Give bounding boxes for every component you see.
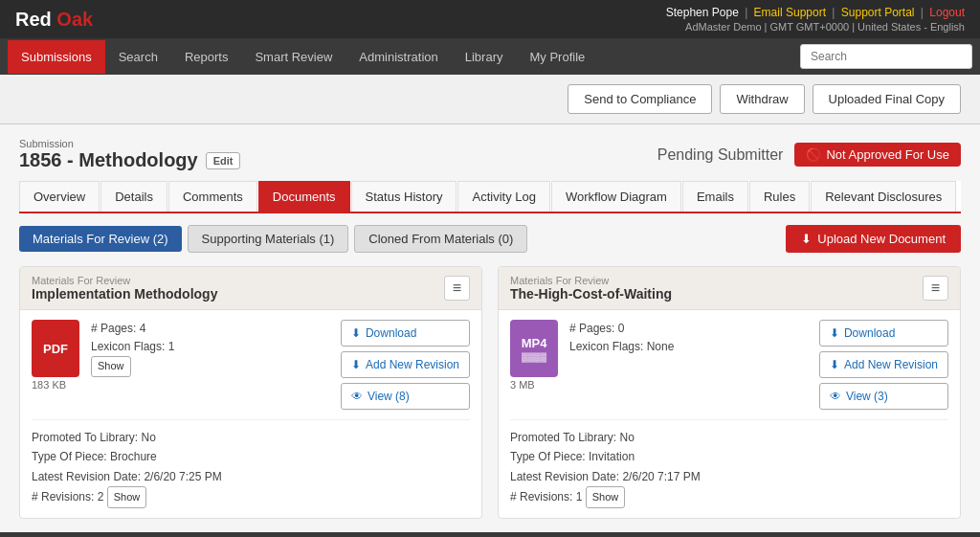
add-revision-button-1[interactable]: ⬇ Add New Revision (341, 351, 470, 378)
top-header: Red Oak Stephen Pope | Email Support | S… (0, 0, 980, 38)
user-info: Stephen Pope | Email Support | Support P… (666, 6, 965, 33)
tab-relevant-disclosures[interactable]: Relevant Disclosures (811, 181, 956, 212)
nav-reports[interactable]: Reports (171, 40, 242, 74)
add-revision-icon-1: ⬇ (351, 358, 361, 371)
submission-title: 1856 - Methodology Edit (19, 149, 240, 171)
doc-card-2-body: MP4 ▓▓▓▓ 3 MB # Pages: 0 Lexicon Flags: … (499, 310, 960, 518)
download-icon-2: ⬇ (830, 326, 839, 340)
uploaded-final-copy-button[interactable]: Uploaded Final Copy (813, 84, 961, 114)
submission-info: Submission 1856 - Methodology Edit (19, 138, 240, 171)
cloned-from-filter[interactable]: Cloned From Materials (0) (354, 225, 527, 253)
view-button-1[interactable]: 👁 View (8) (341, 383, 470, 410)
download-button-2[interactable]: ⬇ Download (819, 320, 948, 347)
nav-smart-review[interactable]: Smart Review (241, 40, 345, 74)
user-name: Stephen Pope (666, 6, 739, 19)
doc-card-2-menu[interactable]: ≡ (923, 276, 948, 301)
view-icon-2: 👁 (830, 390, 841, 403)
not-approved-icon: 🚫 (806, 147, 821, 162)
not-approved-badge: 🚫 Not Approved For Use (794, 143, 961, 167)
doc-card-2-label: Materials For Review (510, 275, 672, 286)
add-revision-icon-2: ⬇ (830, 358, 839, 371)
view-icon-1: 👁 (351, 390, 363, 403)
tab-documents[interactable]: Documents (258, 181, 350, 212)
file-meta-2: # Pages: 0 Lexicon Flags: None (569, 320, 808, 356)
send-to-compliance-button[interactable]: Send to Compliance (568, 84, 712, 114)
download-button-1[interactable]: ⬇ Download (341, 320, 470, 347)
tab-activity-log[interactable]: Activity Log (457, 181, 549, 212)
tab-workflow-diagram[interactable]: Workflow Diagram (551, 181, 681, 212)
nav-bar: Submissions Search Reports Smart Review … (0, 38, 980, 75)
view-button-2[interactable]: 👁 View (3) (819, 383, 948, 410)
doc-card-1-menu[interactable]: ≡ (444, 276, 470, 301)
doc-card-1-header: Materials For Review Implementation Meth… (20, 267, 481, 310)
materials-for-review-filter[interactable]: Materials For Review (2) (19, 226, 182, 252)
tab-details[interactable]: Details (100, 181, 167, 212)
submission-label: Submission (19, 138, 240, 149)
download-icon-1: ⬇ (351, 326, 361, 340)
mp4-icon: MP4 ▓▓▓▓ (510, 320, 558, 377)
revisions-show-1[interactable]: Show (107, 486, 147, 508)
pending-label: Pending Submitter (657, 146, 784, 164)
action-bar: Send to Compliance Withdraw Uploaded Fin… (0, 75, 980, 124)
pdf-icon: PDF (32, 320, 79, 377)
nav-library[interactable]: Library (452, 40, 517, 74)
file-meta-1: # Pages: 4 Lexicon Flags: 1 Show (91, 320, 329, 377)
upload-new-document-button[interactable]: ⬇ Upload New Document (786, 225, 961, 253)
withdraw-button[interactable]: Withdraw (720, 84, 804, 114)
doc-card-1-title: Implementation Methodology (32, 286, 217, 302)
revisions-show-2[interactable]: Show (586, 486, 626, 508)
doc-card-2-title: The-High-Cost-of-Waiting (510, 286, 672, 302)
nav-my-profile[interactable]: My Profile (516, 40, 598, 74)
nav-administration[interactable]: Administration (345, 40, 451, 74)
doc-card-1: Materials For Review Implementation Meth… (19, 266, 482, 519)
logout-link[interactable]: Logout (929, 6, 965, 19)
nav-submissions[interactable]: Submissions (8, 40, 105, 74)
submission-header: Submission 1856 - Methodology Edit Pendi… (19, 138, 961, 171)
pages-1: # Pages: 4 (91, 320, 329, 338)
doc-actions-2: ⬇ Download ⬇ Add New Revision 👁 View (3) (819, 320, 948, 410)
doc-info-2: Promoted To Library: No Type Of Piece: I… (510, 419, 948, 508)
supporting-materials-filter[interactable]: Supporting Materials (1) (188, 225, 349, 253)
doc-card-1-label: Materials For Review (32, 275, 217, 286)
doc-file-row-2: MP4 ▓▓▓▓ 3 MB # Pages: 0 Lexicon Flags: … (510, 320, 948, 410)
doc-card-2: Materials For Review The-High-Cost-of-Wa… (498, 266, 961, 519)
doc-card-1-body: PDF 183 KB # Pages: 4 Lexicon Flags: 1 S… (20, 310, 481, 518)
doc-actions-1: ⬇ Download ⬇ Add New Revision 👁 View (8) (341, 320, 470, 410)
document-cards: Materials For Review Implementation Meth… (19, 266, 961, 519)
footer: Copyright © 2020 Red Oak Compliance Solu… (0, 532, 980, 537)
tab-comments[interactable]: Comments (168, 181, 257, 212)
nav-items: Submissions Search Reports Smart Review … (8, 40, 800, 74)
email-support-link[interactable]: Email Support (754, 6, 826, 19)
search-box (800, 44, 972, 69)
file-size-2: 3 MB (510, 379, 558, 391)
support-portal-link[interactable]: Support Portal (841, 6, 915, 19)
edit-badge[interactable]: Edit (206, 152, 241, 169)
logo: Red Oak (15, 9, 93, 31)
doc-card-2-header: Materials For Review The-High-Cost-of-Wa… (499, 267, 960, 310)
tab-rules[interactable]: Rules (749, 181, 810, 212)
tabs: Overview Details Comments Documents Stat… (19, 181, 961, 213)
pages-2: # Pages: 0 (569, 320, 808, 338)
show-link-1[interactable]: Show (91, 356, 131, 377)
tab-emails[interactable]: Emails (682, 181, 748, 212)
search-input[interactable] (800, 44, 972, 69)
doc-info-1: Promoted To Library: No Type Of Piece: B… (32, 419, 470, 508)
status-section: Pending Submitter 🚫 Not Approved For Use (657, 143, 961, 167)
tab-overview[interactable]: Overview (19, 181, 100, 212)
filter-bar: Materials For Review (2) Supporting Mate… (19, 225, 961, 253)
user-links: Stephen Pope | Email Support | Support P… (666, 6, 965, 19)
file-size-1: 183 KB (32, 379, 79, 391)
tab-status-history[interactable]: Status History (351, 181, 457, 212)
main-content: Submission 1856 - Methodology Edit Pendi… (0, 124, 980, 532)
doc-file-row-1: PDF 183 KB # Pages: 4 Lexicon Flags: 1 S… (32, 320, 470, 410)
upload-icon: ⬇ (801, 232, 812, 246)
add-revision-button-2[interactable]: ⬇ Add New Revision (819, 351, 948, 378)
nav-search[interactable]: Search (105, 40, 171, 74)
user-sub: AdMaster Demo | GMT GMT+0000 | United St… (666, 21, 965, 33)
lexicon-flags-2: Lexicon Flags: None (569, 338, 808, 356)
lexicon-flags-1: Lexicon Flags: 1 (91, 338, 329, 356)
